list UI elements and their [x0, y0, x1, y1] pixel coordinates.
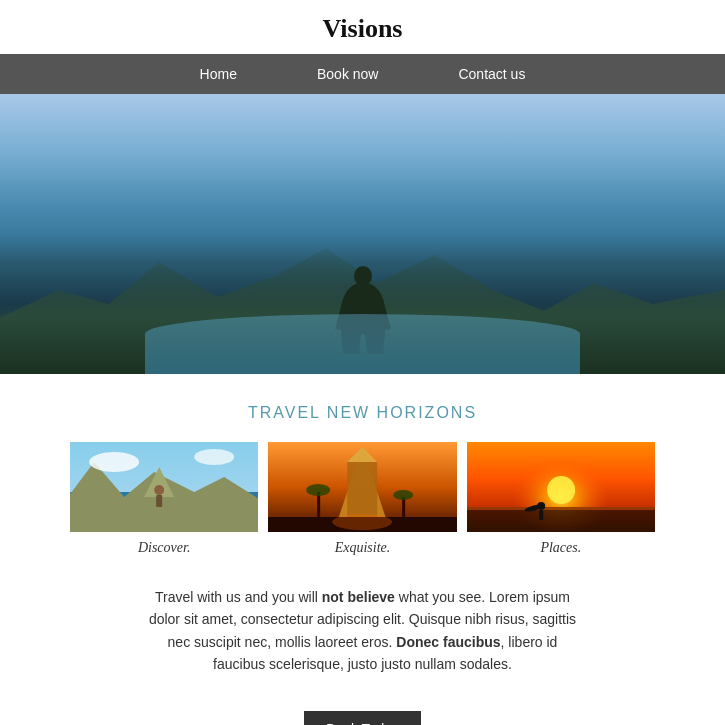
caption-exquisite: Exquisite.: [335, 540, 391, 556]
hero-section: [0, 94, 725, 374]
nav-book-now[interactable]: Book now: [277, 54, 418, 94]
svg-point-6: [194, 449, 234, 465]
body-text: Travel with us and you will not believe …: [20, 566, 705, 696]
svg-point-7: [154, 485, 164, 495]
svg-rect-11: [347, 462, 377, 522]
image-grid: Discover.: [20, 442, 705, 556]
hero-person: [333, 264, 393, 354]
svg-rect-23: [467, 507, 655, 510]
grid-item-places: Places.: [467, 442, 655, 556]
svg-rect-8: [156, 495, 162, 507]
nav-contact-us[interactable]: Contact us: [418, 54, 565, 94]
grid-item-exquisite: Exquisite.: [268, 442, 456, 556]
svg-point-5: [89, 452, 139, 472]
site-title: Visions: [0, 14, 725, 44]
svg-point-15: [306, 484, 330, 496]
caption-discover: Discover.: [138, 540, 191, 556]
body-bold-2: Donec faucibus: [396, 634, 500, 650]
main-nav: Home Book now Contact us: [0, 54, 725, 94]
cta-container: Book Today: [20, 696, 705, 725]
svg-rect-16: [402, 497, 405, 517]
svg-rect-22: [467, 507, 655, 532]
site-header: Visions: [0, 0, 725, 54]
grid-item-discover: Discover.: [70, 442, 258, 556]
travel-heading: TRAVEL NEW HORIZONS: [20, 404, 705, 422]
svg-rect-25: [539, 510, 543, 520]
svg-point-18: [332, 514, 392, 530]
coastal-image: [70, 442, 258, 532]
body-bold-1: not believe: [322, 589, 395, 605]
nav-home[interactable]: Home: [160, 54, 277, 94]
svg-point-21: [547, 476, 575, 504]
svg-point-17: [393, 490, 413, 500]
book-today-button[interactable]: Book Today: [304, 711, 421, 725]
building-image: [268, 442, 456, 532]
body-text-before: Travel with us and you will: [155, 589, 322, 605]
caption-places: Places.: [540, 540, 581, 556]
travel-section: TRAVEL NEW HORIZONS: [0, 374, 725, 725]
sunset-image: [467, 442, 655, 532]
